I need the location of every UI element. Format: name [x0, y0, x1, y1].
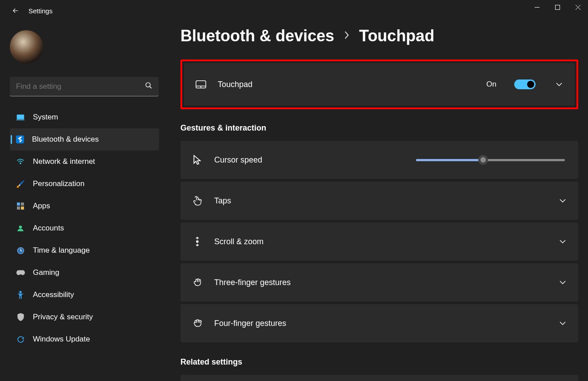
nav-item-apps[interactable]: Apps — [10, 195, 159, 217]
nav-item-accessibility[interactable]: Accessibility — [10, 284, 159, 306]
nav-item-label: Personalization — [33, 179, 84, 188]
four-finger-card[interactable]: Four-finger gestures — [180, 304, 578, 342]
three-finger-card[interactable]: Three-finger gestures — [180, 263, 578, 302]
arrow-left-icon — [12, 7, 20, 15]
cursor-speed-slider[interactable] — [416, 159, 565, 161]
svg-rect-9 — [17, 202, 20, 206]
nav-item-windows-update[interactable]: Windows Update — [10, 328, 159, 350]
touchpad-label: Touchpad — [218, 80, 252, 89]
main-content: Bluetooth & devices Touchpad Touchpad On… — [180, 27, 578, 381]
nav-item-label: Time & language — [33, 246, 90, 255]
chevron-down-icon[interactable] — [559, 280, 567, 285]
cursor-icon — [192, 155, 203, 165]
brush-icon: 🖌️ — [16, 179, 25, 188]
nav-item-label: Gaming — [33, 268, 60, 277]
hand-four-icon — [192, 318, 203, 329]
minimize-icon — [535, 5, 540, 10]
nav-item-bluetooth-devices[interactable]: Bluetooth & devices — [10, 128, 159, 151]
nav-item-gaming[interactable]: Gaming — [10, 262, 159, 284]
scroll-zoom-card[interactable]: Scroll & zoom — [180, 222, 578, 261]
taps-label: Taps — [214, 196, 231, 206]
chevron-down-icon[interactable] — [559, 239, 567, 244]
search-input[interactable] — [16, 82, 145, 91]
hand-three-icon — [192, 277, 203, 288]
three-finger-label: Three-finger gestures — [214, 278, 291, 287]
search-box[interactable] — [10, 77, 159, 96]
svg-point-8 — [20, 163, 21, 164]
svg-point-13 — [19, 226, 22, 229]
cursor-speed-label: Cursor speed — [214, 155, 262, 165]
bluetooth-icon — [16, 135, 24, 143]
nav-item-label: Accessibility — [33, 290, 74, 299]
svg-rect-11 — [17, 206, 20, 210]
nav-item-time-language[interactable]: Time & language — [10, 239, 159, 262]
touchpad-toggle[interactable] — [514, 79, 536, 89]
maximize-button[interactable] — [547, 0, 568, 14]
maximize-icon — [555, 5, 560, 10]
clock-globe-icon — [16, 246, 25, 255]
nav-item-label: Network & internet — [33, 157, 95, 166]
nav-list: System Bluetooth & devices Network & int… — [10, 106, 159, 350]
svg-rect-1 — [555, 5, 560, 9]
svg-point-15 — [19, 291, 21, 293]
scroll-zoom-label: Scroll & zoom — [214, 237, 264, 246]
svg-rect-6 — [17, 115, 24, 119]
svg-rect-7 — [16, 119, 24, 120]
breadcrumb-parent[interactable]: Bluetooth & devices — [180, 27, 334, 45]
cursor-speed-card[interactable]: Cursor speed — [180, 141, 578, 179]
related-heading: Related settings — [180, 357, 578, 367]
app-title: Settings — [28, 7, 52, 15]
gestures-section: Gestures & interaction Cursor speed Taps — [180, 123, 578, 342]
svg-point-19 — [196, 241, 198, 242]
nav-item-system[interactable]: System — [10, 106, 159, 128]
nav-item-personalization[interactable]: 🖌️ Personalization — [10, 173, 159, 195]
more-touchpad-settings-card[interactable]: More touchpad settings — [180, 375, 578, 381]
four-finger-label: Four-finger gestures — [214, 319, 286, 328]
breadcrumb: Bluetooth & devices Touchpad — [180, 27, 578, 45]
nav-item-network-internet[interactable]: Network & internet — [10, 151, 159, 173]
person-icon — [16, 224, 25, 233]
nav-item-label: Bluetooth & devices — [32, 135, 99, 144]
chevron-down-icon[interactable] — [555, 82, 563, 87]
accessibility-icon — [16, 290, 25, 299]
nav-item-label: System — [33, 113, 58, 122]
nav-item-label: Accounts — [33, 224, 64, 233]
scroll-icon — [192, 236, 203, 247]
title-bar: Settings — [0, 0, 588, 21]
wifi-icon — [16, 157, 25, 166]
taps-card[interactable]: Taps — [180, 182, 578, 220]
touchpad-icon — [196, 79, 206, 90]
gamepad-icon — [16, 268, 25, 277]
update-icon — [16, 335, 25, 344]
tap-icon — [192, 195, 203, 206]
nav-item-accounts[interactable]: Accounts — [10, 217, 159, 239]
search-icon — [145, 82, 152, 91]
shield-icon — [16, 313, 25, 321]
minimize-button[interactable] — [527, 0, 547, 14]
gestures-heading: Gestures & interaction — [180, 123, 578, 133]
svg-rect-12 — [21, 206, 24, 210]
breadcrumb-current: Touchpad — [359, 27, 434, 45]
touchpad-toggle-card[interactable]: Touchpad On — [184, 63, 575, 106]
sidebar: System Bluetooth & devices Network & int… — [0, 21, 164, 350]
svg-line-5 — [150, 87, 152, 88]
nav-item-label: Apps — [33, 202, 50, 210]
svg-rect-10 — [21, 202, 24, 206]
highlight-annotation: Touchpad On — [180, 60, 578, 109]
related-section: Related settings More touchpad settings — [180, 357, 578, 381]
system-icon — [16, 113, 25, 122]
chevron-down-icon[interactable] — [559, 198, 567, 203]
close-icon — [576, 5, 580, 10]
nav-item-label: Windows Update — [33, 335, 90, 344]
close-button[interactable] — [568, 0, 588, 14]
user-avatar[interactable] — [10, 30, 43, 64]
chevron-down-icon[interactable] — [559, 321, 567, 325]
nav-item-label: Privacy & security — [33, 313, 93, 321]
back-button[interactable] — [9, 4, 22, 17]
svg-point-4 — [146, 83, 150, 87]
window-controls — [527, 0, 588, 14]
apps-icon — [16, 202, 25, 210]
toggle-state-label: On — [486, 80, 496, 89]
nav-item-privacy-security[interactable]: Privacy & security — [10, 306, 159, 328]
chevron-right-icon — [344, 31, 349, 41]
